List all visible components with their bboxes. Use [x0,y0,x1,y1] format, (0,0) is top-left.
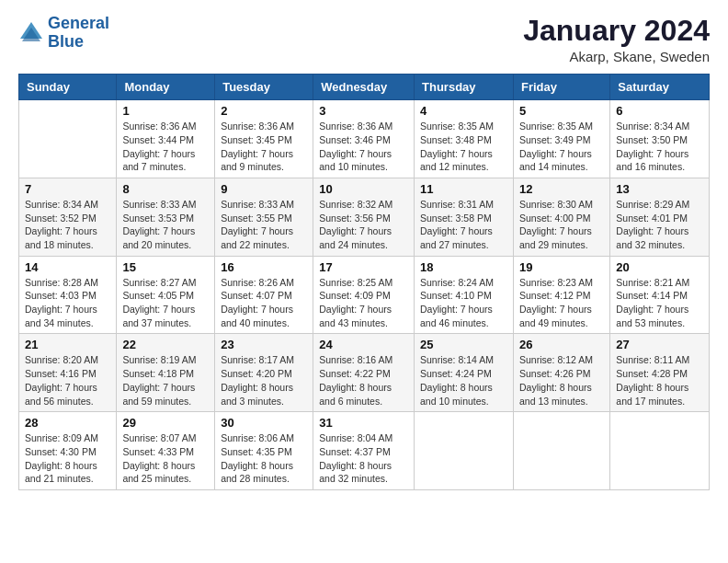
day-number: 26 [519,338,604,351]
page: General Blue January 2024 Akarp, Skane, … [0,0,728,563]
day-number: 30 [221,416,307,430]
day-info: Sunrise: 8:06 AM Sunset: 4:35 PM Dayligh… [221,431,307,486]
calendar-cell: 25Sunrise: 8:14 AM Sunset: 4:24 PM Dayli… [415,334,514,412]
day-info: Sunrise: 8:17 AM Sunset: 4:20 PM Dayligh… [221,353,307,408]
logo-text: General Blue [48,15,109,52]
calendar-cell: 23Sunrise: 8:17 AM Sunset: 4:20 PM Dayli… [215,334,313,412]
calendar-table: SundayMondayTuesdayWednesdayThursdayFrid… [18,74,710,490]
day-info: Sunrise: 8:34 AM Sunset: 3:50 PM Dayligh… [616,120,703,174]
day-info: Sunrise: 8:33 AM Sunset: 3:55 PM Dayligh… [221,198,307,252]
calendar-cell [415,412,514,490]
calendar-week-row: 1Sunrise: 8:36 AM Sunset: 3:44 PM Daylig… [19,100,710,178]
day-number: 6 [616,104,703,118]
calendar-cell: 14Sunrise: 8:28 AM Sunset: 4:03 PM Dayli… [19,256,117,334]
day-info: Sunrise: 8:34 AM Sunset: 3:52 PM Dayligh… [25,198,110,252]
day-info: Sunrise: 8:07 AM Sunset: 4:33 PM Dayligh… [122,431,209,486]
day-info: Sunrise: 8:23 AM Sunset: 4:12 PM Dayligh… [519,276,604,330]
logo: General Blue [18,15,109,52]
day-info: Sunrise: 8:20 AM Sunset: 4:16 PM Dayligh… [25,353,110,408]
day-number: 2 [221,104,307,118]
day-info: Sunrise: 8:36 AM Sunset: 3:45 PM Dayligh… [221,120,307,174]
day-number: 9 [221,182,307,196]
calendar-cell: 22Sunrise: 8:19 AM Sunset: 4:18 PM Dayli… [117,334,215,412]
calendar-cell: 20Sunrise: 8:21 AM Sunset: 4:14 PM Dayli… [610,256,710,334]
day-number: 19 [519,260,604,274]
day-info: Sunrise: 8:26 AM Sunset: 4:07 PM Dayligh… [221,276,307,330]
day-info: Sunrise: 8:14 AM Sunset: 4:24 PM Dayligh… [420,353,507,408]
calendar-cell [513,412,609,490]
day-number: 14 [25,260,110,274]
day-info: Sunrise: 8:11 AM Sunset: 4:28 PM Dayligh… [616,353,703,408]
calendar-cell: 26Sunrise: 8:12 AM Sunset: 4:26 PM Dayli… [513,334,609,412]
header: General Blue January 2024 Akarp, Skane, … [18,15,710,64]
day-number: 13 [616,182,703,196]
day-number: 28 [25,416,110,430]
calendar-week-row: 7Sunrise: 8:34 AM Sunset: 3:52 PM Daylig… [19,178,710,256]
day-info: Sunrise: 8:24 AM Sunset: 4:10 PM Dayligh… [420,276,507,330]
day-number: 12 [519,182,604,196]
calendar-week-row: 28Sunrise: 8:09 AM Sunset: 4:30 PM Dayli… [19,412,710,490]
calendar-cell [610,412,710,490]
day-info: Sunrise: 8:12 AM Sunset: 4:26 PM Dayligh… [519,353,604,408]
day-info: Sunrise: 8:36 AM Sunset: 3:44 PM Dayligh… [122,120,209,174]
logo-line2: Blue [48,32,84,51]
day-info: Sunrise: 8:21 AM Sunset: 4:14 PM Dayligh… [616,276,703,330]
day-number: 21 [25,338,110,351]
day-info: Sunrise: 8:28 AM Sunset: 4:03 PM Dayligh… [25,276,110,330]
header-row: SundayMondayTuesdayWednesdayThursdayFrid… [19,75,710,100]
day-number: 15 [122,260,209,274]
day-info: Sunrise: 8:04 AM Sunset: 4:37 PM Dayligh… [319,431,408,486]
day-number: 1 [122,104,209,118]
day-number: 22 [122,338,209,351]
day-number: 11 [420,182,507,196]
calendar-cell: 30Sunrise: 8:06 AM Sunset: 4:35 PM Dayli… [215,412,313,490]
day-number: 4 [420,104,507,118]
calendar-cell: 27Sunrise: 8:11 AM Sunset: 4:28 PM Dayli… [610,334,710,412]
month-title: January 2024 [523,15,710,47]
calendar-cell: 6Sunrise: 8:34 AM Sunset: 3:50 PM Daylig… [610,100,710,178]
calendar-week-row: 14Sunrise: 8:28 AM Sunset: 4:03 PM Dayli… [19,256,710,334]
calendar-cell: 28Sunrise: 8:09 AM Sunset: 4:30 PM Dayli… [19,412,117,490]
day-number: 29 [122,416,209,430]
calendar-cell: 8Sunrise: 8:33 AM Sunset: 3:53 PM Daylig… [117,178,215,256]
calendar-cell: 29Sunrise: 8:07 AM Sunset: 4:33 PM Dayli… [117,412,215,490]
location: Akarp, Skane, Sweden [523,49,710,64]
day-info: Sunrise: 8:30 AM Sunset: 4:00 PM Dayligh… [519,198,604,252]
calendar-cell: 31Sunrise: 8:04 AM Sunset: 4:37 PM Dayli… [313,412,415,490]
calendar-cell: 5Sunrise: 8:35 AM Sunset: 3:49 PM Daylig… [513,100,609,178]
day-number: 10 [319,182,408,196]
calendar-cell: 12Sunrise: 8:30 AM Sunset: 4:00 PM Dayli… [513,178,609,256]
day-info: Sunrise: 8:29 AM Sunset: 4:01 PM Dayligh… [616,198,703,252]
calendar-cell: 24Sunrise: 8:16 AM Sunset: 4:22 PM Dayli… [313,334,415,412]
calendar-cell [19,100,117,178]
day-number: 7 [25,182,110,196]
day-number: 23 [221,338,307,351]
calendar-cell: 18Sunrise: 8:24 AM Sunset: 4:10 PM Dayli… [415,256,514,334]
day-info: Sunrise: 8:16 AM Sunset: 4:22 PM Dayligh… [319,353,408,408]
day-number: 25 [420,338,507,351]
day-info: Sunrise: 8:33 AM Sunset: 3:53 PM Dayligh… [122,198,209,252]
calendar-week-row: 21Sunrise: 8:20 AM Sunset: 4:16 PM Dayli… [19,334,710,412]
day-number: 17 [319,260,408,274]
calendar-cell: 21Sunrise: 8:20 AM Sunset: 4:16 PM Dayli… [19,334,117,412]
calendar-cell: 11Sunrise: 8:31 AM Sunset: 3:58 PM Dayli… [415,178,514,256]
day-info: Sunrise: 8:35 AM Sunset: 3:48 PM Dayligh… [420,120,507,174]
day-number: 18 [420,260,507,274]
day-info: Sunrise: 8:19 AM Sunset: 4:18 PM Dayligh… [122,353,209,408]
day-number: 27 [616,338,703,351]
day-number: 3 [319,104,408,118]
day-info: Sunrise: 8:36 AM Sunset: 3:46 PM Dayligh… [319,120,408,174]
day-info: Sunrise: 8:25 AM Sunset: 4:09 PM Dayligh… [319,276,408,330]
calendar-cell: 10Sunrise: 8:32 AM Sunset: 3:56 PM Dayli… [313,178,415,256]
calendar-cell: 2Sunrise: 8:36 AM Sunset: 3:45 PM Daylig… [215,100,313,178]
day-number: 5 [519,104,604,118]
day-info: Sunrise: 8:27 AM Sunset: 4:05 PM Dayligh… [122,276,209,330]
calendar-cell: 13Sunrise: 8:29 AM Sunset: 4:01 PM Dayli… [610,178,710,256]
weekday-header: Sunday [19,75,117,100]
calendar-cell: 9Sunrise: 8:33 AM Sunset: 3:55 PM Daylig… [215,178,313,256]
calendar-cell: 7Sunrise: 8:34 AM Sunset: 3:52 PM Daylig… [19,178,117,256]
day-info: Sunrise: 8:35 AM Sunset: 3:49 PM Dayligh… [519,120,604,174]
day-number: 16 [221,260,307,274]
calendar-cell: 4Sunrise: 8:35 AM Sunset: 3:48 PM Daylig… [415,100,514,178]
calendar-cell: 19Sunrise: 8:23 AM Sunset: 4:12 PM Dayli… [513,256,609,334]
